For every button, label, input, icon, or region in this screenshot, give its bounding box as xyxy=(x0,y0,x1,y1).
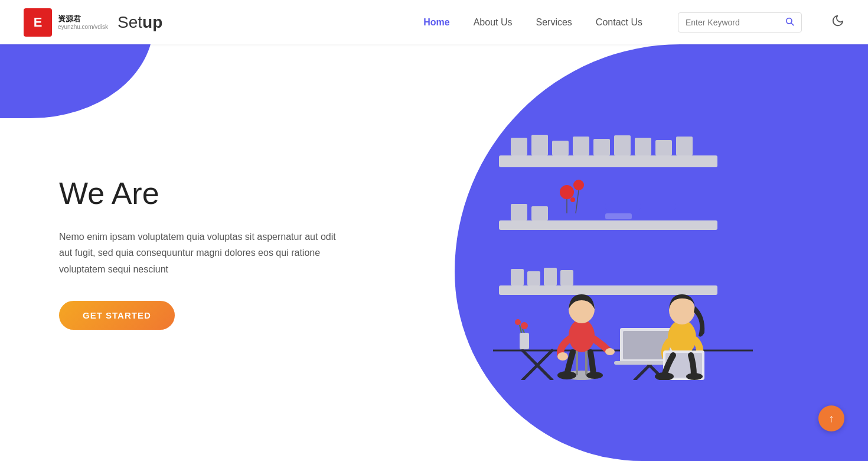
svg-rect-6 xyxy=(573,137,589,155)
svg-rect-20 xyxy=(605,203,641,210)
svg-rect-10 xyxy=(655,140,672,155)
hero-illustration xyxy=(413,126,809,380)
svg-rect-4 xyxy=(531,135,548,155)
hero-description: Nemo enim ipsam voluptatem quia voluptas… xyxy=(59,229,342,277)
svg-line-19 xyxy=(576,190,579,213)
svg-rect-22 xyxy=(605,213,632,219)
svg-rect-12 xyxy=(499,220,717,230)
svg-rect-13 xyxy=(511,204,527,220)
search-button[interactable] xyxy=(785,17,794,28)
hero-text-section: We Are Nemo enim ipsam voluptatem quia v… xyxy=(59,176,413,330)
svg-line-36 xyxy=(523,329,524,333)
svg-rect-9 xyxy=(635,138,651,155)
nav-services[interactable]: Services xyxy=(536,17,572,28)
svg-rect-5 xyxy=(552,141,569,155)
scroll-top-button[interactable]: ↑ xyxy=(818,405,844,431)
svg-point-41 xyxy=(569,319,595,352)
main-nav: Home About Us Services Contact Us xyxy=(423,12,844,33)
svg-rect-11 xyxy=(676,137,693,155)
svg-point-45 xyxy=(557,371,576,379)
main-content: We Are Nemo enim ipsam voluptatem quia v… xyxy=(0,44,868,461)
svg-point-17 xyxy=(570,197,575,202)
svg-rect-27 xyxy=(560,270,573,285)
svg-point-58 xyxy=(686,373,703,380)
logo-icon: E xyxy=(24,8,52,37)
svg-point-34 xyxy=(521,322,528,329)
search-input[interactable] xyxy=(686,18,780,27)
svg-rect-24 xyxy=(511,269,524,285)
svg-point-43 xyxy=(557,352,568,361)
logo-brand: Setup xyxy=(118,13,162,32)
theme-toggle-button[interactable] xyxy=(831,14,844,30)
svg-rect-8 xyxy=(614,135,631,155)
nav-contact[interactable]: Contact Us xyxy=(596,17,642,28)
hero-title: We Are xyxy=(59,176,413,211)
nav-about[interactable]: About Us xyxy=(474,17,513,28)
svg-point-15 xyxy=(560,185,574,199)
svg-rect-2 xyxy=(499,155,717,167)
svg-point-46 xyxy=(586,372,603,379)
logo-url: eyunzhu.com/vdisk xyxy=(58,24,108,30)
svg-rect-26 xyxy=(544,268,557,285)
search-area xyxy=(678,12,802,33)
illustration-svg xyxy=(446,126,776,380)
svg-point-16 xyxy=(573,180,584,190)
svg-line-1 xyxy=(791,23,794,25)
svg-rect-23 xyxy=(499,285,717,295)
logo[interactable]: E 资源君 eyunzhu.com/vdisk Setup xyxy=(24,8,162,37)
svg-rect-33 xyxy=(520,333,529,349)
nav-home[interactable]: Home xyxy=(423,17,449,28)
cta-button[interactable]: GET STARTED xyxy=(59,301,175,330)
svg-point-35 xyxy=(515,319,521,325)
header: E 资源君 eyunzhu.com/vdisk Setup Home About… xyxy=(0,0,868,44)
svg-rect-7 xyxy=(593,139,610,155)
svg-point-53 xyxy=(668,320,696,355)
svg-rect-25 xyxy=(527,271,540,285)
svg-rect-3 xyxy=(511,138,527,155)
svg-point-44 xyxy=(605,348,615,355)
logo-chinese: 资源君 xyxy=(58,14,108,24)
svg-rect-21 xyxy=(647,203,676,210)
logo-text: 资源君 eyunzhu.com/vdisk xyxy=(58,14,108,30)
svg-rect-14 xyxy=(531,206,548,220)
